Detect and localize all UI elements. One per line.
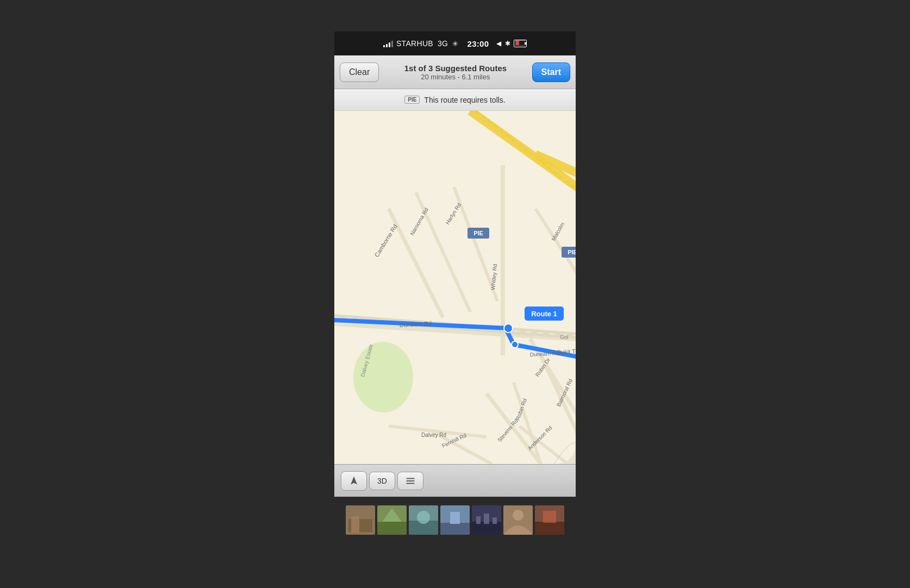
toll-pie-icon: PIE xyxy=(404,96,420,104)
svg-point-5 xyxy=(504,324,513,333)
toll-message: This route requires tolls. xyxy=(424,96,505,104)
route-title: 1st of 3 Suggested Routes xyxy=(383,64,527,73)
thumbnail-5[interactable] xyxy=(472,505,501,535)
battery-icon xyxy=(514,40,527,47)
signal-bar-3 xyxy=(389,42,390,47)
signal-bar-1 xyxy=(383,45,385,47)
toll-notice: PIE This route requires tolls. xyxy=(334,89,576,111)
location-button[interactable] xyxy=(341,471,367,491)
svg-text:Dalvey Rd: Dalvey Rd xyxy=(421,432,446,438)
time-display: 23:00 xyxy=(468,39,489,48)
3d-button[interactable]: 3D xyxy=(369,472,395,490)
list-button[interactable] xyxy=(397,472,423,490)
svg-rect-45 xyxy=(450,512,460,524)
start-button[interactable]: Start xyxy=(532,62,570,82)
route-subtitle: 20 minutes - 6.1 miles xyxy=(383,73,527,81)
nav-center: 1st of 3 Suggested Routes 20 minutes - 6… xyxy=(379,64,532,81)
svg-rect-48 xyxy=(476,516,481,524)
svg-text:PIE: PIE xyxy=(568,249,576,255)
location-icon: ◀ xyxy=(496,40,501,47)
svg-rect-55 xyxy=(543,511,556,523)
svg-text:Route 1: Route 1 xyxy=(531,310,557,318)
svg-rect-50 xyxy=(493,517,497,524)
bluetooth-icon: ✱ xyxy=(505,40,510,47)
map-svg: Route 1 PIE PIE Camborne Rd Narooma Rd H… xyxy=(334,111,576,464)
thumbnail-2[interactable] xyxy=(377,505,407,535)
svg-point-6 xyxy=(512,341,518,348)
thumbnail-1[interactable] xyxy=(346,505,375,535)
svg-rect-38 xyxy=(377,522,407,535)
svg-text:PIE: PIE xyxy=(473,230,483,236)
svg-rect-49 xyxy=(484,514,489,524)
svg-text:Gol: Gol xyxy=(560,334,569,340)
svg-rect-44 xyxy=(440,523,470,535)
thumbnail-7[interactable] xyxy=(535,505,564,535)
phone-container: STARHUB 3G ✳ 23:00 ◀ ✱ Clear 1st of 3 Su… xyxy=(334,32,576,535)
carrier-text: STARHUB xyxy=(396,39,433,48)
nav-bar: Clear 1st of 3 Suggested Routes 20 minut… xyxy=(334,55,576,89)
network-type: 3G xyxy=(438,39,448,48)
thumbnail-6[interactable] xyxy=(503,505,533,535)
signal-bar-2 xyxy=(386,44,388,47)
map-toolbar: 3D xyxy=(334,464,576,497)
thumbnail-strip xyxy=(346,505,564,535)
status-bar: STARHUB 3G ✳ 23:00 ◀ ✱ xyxy=(334,32,576,55)
map-area[interactable]: Route 1 PIE PIE Camborne Rd Narooma Rd H… xyxy=(334,111,576,464)
thumbnail-3[interactable] xyxy=(409,505,438,535)
svg-point-42 xyxy=(417,511,430,524)
signal-bar-4 xyxy=(391,41,393,47)
thumbnail-4[interactable] xyxy=(440,505,470,535)
svg-point-52 xyxy=(513,510,523,521)
svg-rect-36 xyxy=(351,516,359,533)
clear-button[interactable]: Clear xyxy=(340,62,379,82)
signal-bars xyxy=(383,40,393,47)
svg-rect-54 xyxy=(535,522,564,535)
spinner-icon: ✳ xyxy=(452,40,458,48)
